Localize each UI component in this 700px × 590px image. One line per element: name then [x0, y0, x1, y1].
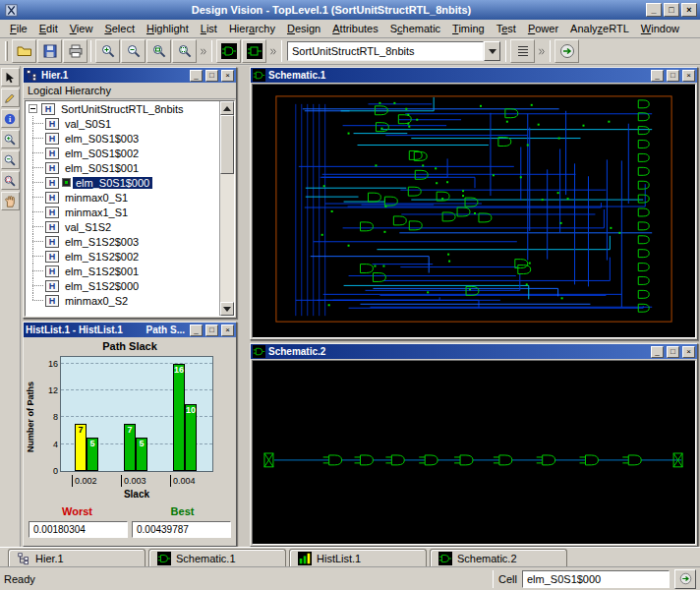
- maximize-button[interactable]: □: [205, 324, 218, 336]
- tree-root-item[interactable]: HSortUnitStructRTL_8nbits: [26, 101, 219, 116]
- save-button[interactable]: [37, 39, 62, 63]
- zoom-sel-button[interactable]: [172, 39, 197, 63]
- menu-edit[interactable]: Edit: [33, 21, 64, 36]
- tree-item[interactable]: Helm_S1S2$002: [26, 249, 219, 264]
- overflow-chevron-icon[interactable]: [535, 39, 547, 63]
- bar: 5: [87, 438, 98, 471]
- scroll-up-button[interactable]: [220, 101, 234, 115]
- tree-item-label: minmax0_S2: [62, 295, 131, 307]
- tree-item[interactable]: Helm_S1S2$003: [26, 234, 219, 249]
- maximize-button[interactable]: □: [667, 70, 679, 82]
- menu-timing[interactable]: Timing: [446, 21, 491, 36]
- tree-item[interactable]: Hminmax0_S1: [26, 190, 219, 205]
- scrollbar-track[interactable]: [220, 115, 234, 302]
- menu-select[interactable]: Select: [98, 21, 141, 36]
- schematic1-drawing: [253, 85, 695, 337]
- zoom-area-tool-button[interactable]: [1, 171, 20, 190]
- overflow-chevron-icon[interactable]: [197, 39, 208, 63]
- status-bar: Ready Cell elm_S0S1$000: [0, 566, 700, 590]
- menu-hierarchy[interactable]: Hierarchy: [223, 21, 281, 36]
- menu-power[interactable]: Power: [522, 21, 564, 36]
- schematic1-canvas[interactable]: [252, 84, 696, 338]
- collapse-icon[interactable]: [29, 104, 37, 113]
- tab-schematic-1[interactable]: Schematic.1: [148, 549, 286, 566]
- overflow-chevron-icon[interactable]: [266, 39, 278, 63]
- hier-cell-icon: H: [45, 280, 59, 292]
- zoom-out-tool-button[interactable]: [1, 150, 20, 169]
- minimize-button[interactable]: _: [651, 70, 664, 82]
- hier-window-titlebar[interactable]: Hier.1 _ □ ×: [24, 68, 236, 83]
- cell-nav-button[interactable]: [674, 569, 696, 589]
- close-button[interactable]: ×: [681, 3, 697, 17]
- list-button[interactable]: [510, 39, 535, 63]
- title-bar[interactable]: Design Vision - TopLevel.1 (SortUnitStru…: [0, 0, 700, 20]
- cursor-tool-button[interactable]: [1, 68, 20, 87]
- minimize-button[interactable]: _: [190, 70, 203, 82]
- tree-item[interactable]: Hval_S1S2: [26, 219, 219, 234]
- pencil-tool-button[interactable]: [1, 88, 20, 107]
- window-tab-bar: Hier.1Schematic.1HistList.1Schematic.2: [0, 547, 700, 566]
- tree-connector: [26, 234, 45, 249]
- toolbar-drag-handle[interactable]: [5, 41, 8, 61]
- tab-schematic-2[interactable]: Schematic.2: [430, 549, 567, 566]
- minimize-button[interactable]: _: [651, 346, 664, 358]
- combo-dropdown-icon[interactable]: [484, 41, 500, 61]
- design-combo[interactable]: SortUnitStructRTL_8nbits: [287, 41, 500, 62]
- maximize-button[interactable]: □: [664, 3, 679, 17]
- menu-test[interactable]: Test: [491, 21, 522, 36]
- tree-item[interactable]: Helm_S0S1$001: [26, 160, 219, 175]
- cell-field[interactable]: elm_S0S1$000: [522, 570, 670, 588]
- schematic2-window-titlebar[interactable]: Schematic.2 _ □ ×: [251, 344, 697, 359]
- menu-attributes[interactable]: Attributes: [326, 21, 383, 36]
- close-button[interactable]: ×: [221, 70, 234, 82]
- menu-design[interactable]: Design: [281, 21, 326, 36]
- scrollbar-thumb[interactable]: [220, 115, 234, 174]
- zoom-in-tool-button[interactable]: [1, 130, 20, 148]
- tree-item[interactable]: Helm_S0S1$002: [26, 146, 219, 160]
- menu-view[interactable]: View: [64, 21, 99, 36]
- zoom-in-button[interactable]: [95, 39, 120, 63]
- close-button[interactable]: ×: [221, 324, 234, 336]
- scroll-down-button[interactable]: [220, 302, 234, 316]
- close-button[interactable]: ×: [682, 70, 695, 82]
- menu-list[interactable]: List: [195, 21, 223, 36]
- menu-analyzertl[interactable]: AnalyzeRTL: [564, 21, 635, 36]
- nav-button[interactable]: [554, 39, 579, 63]
- tab-histlist-1[interactable]: HistList.1: [289, 549, 427, 566]
- tree-connector: [26, 175, 45, 190]
- menu-file[interactable]: File: [4, 21, 33, 36]
- hand-tool-button[interactable]: [1, 192, 20, 210]
- zoom-out-button[interactable]: [121, 39, 146, 63]
- info-tool-button[interactable]: i: [1, 109, 20, 128]
- chart-zone: Number of Paths 048121675751610 0.0020.0…: [25, 354, 235, 503]
- open-folder-button[interactable]: [12, 39, 36, 63]
- schematic-button[interactable]: [216, 39, 241, 63]
- maximize-button[interactable]: □: [205, 70, 218, 82]
- minimize-button[interactable]: _: [646, 3, 662, 17]
- menu-schematic[interactable]: Schematic: [384, 21, 446, 36]
- menu-highlight[interactable]: Highlight: [141, 21, 195, 36]
- zoom-fit-button[interactable]: [146, 39, 171, 63]
- schematic1-window-titlebar[interactable]: Schematic.1 _ □ ×: [251, 68, 697, 83]
- tree-item[interactable]: Helm_S0S1$003: [26, 131, 219, 146]
- design-combo-value[interactable]: SortUnitStructRTL_8nbits: [287, 41, 484, 61]
- tree-item[interactable]: Hval_S0S1: [26, 116, 219, 131]
- histlist-window-titlebar[interactable]: HistList.1 - HistList.1 Path S... _ □ ×: [24, 323, 236, 337]
- tree-connector: [26, 116, 45, 131]
- schematic2-drawing: [253, 361, 695, 544]
- schematic2-canvas[interactable]: [252, 360, 696, 545]
- tree-item[interactable]: Hminmax0_S2: [26, 293, 219, 308]
- schematic2-button[interactable]: [242, 39, 266, 63]
- tree-item[interactable]: Hminmax1_S1: [26, 205, 219, 219]
- maximize-button[interactable]: □: [667, 346, 679, 358]
- menu-window[interactable]: Window: [635, 21, 685, 36]
- tree-item[interactable]: Helm_S1S2$000: [26, 278, 219, 293]
- vertical-scrollbar[interactable]: [219, 101, 234, 316]
- minimize-button[interactable]: _: [190, 324, 203, 336]
- print-button[interactable]: [63, 39, 88, 63]
- tree-item[interactable]: Helm_S1S2$001: [26, 264, 219, 278]
- tree-item[interactable]: Helm_S0S1$000: [26, 175, 219, 190]
- close-button[interactable]: ×: [682, 346, 695, 358]
- worst-value-field: 0.00180304: [29, 521, 128, 538]
- tab-hier-1[interactable]: Hier.1: [8, 549, 146, 566]
